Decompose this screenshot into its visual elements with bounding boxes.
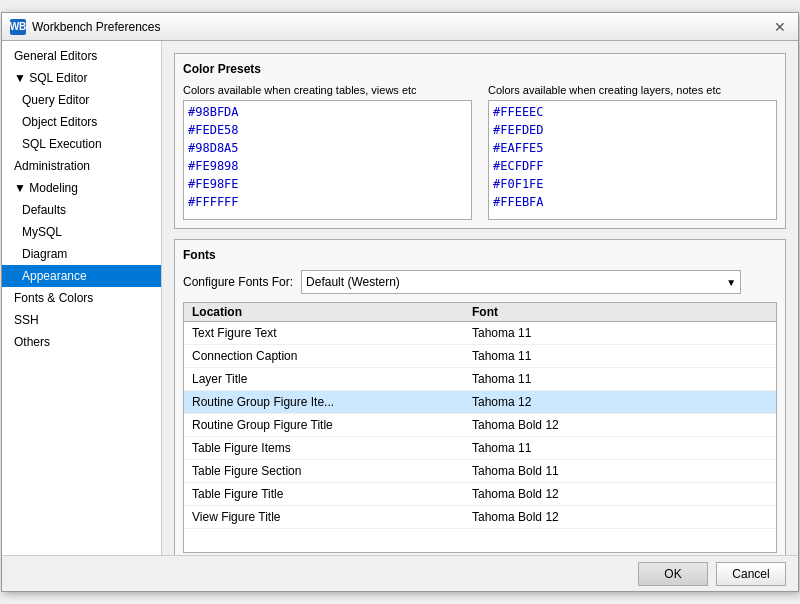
dropdown-icon: ▼: [726, 277, 736, 288]
list-item: #EAFFE5: [493, 139, 772, 157]
fonts-table-body[interactable]: Text Figure Text Tahoma 11 Connection Ca…: [184, 322, 776, 552]
row-font: Tahoma Bold 12: [472, 485, 768, 503]
content-area: Color Presets Colors available when crea…: [162, 41, 798, 555]
table-row[interactable]: View Figure Title Tahoma Bold 12: [184, 506, 776, 529]
table-row[interactable]: Connection Caption Tahoma 11: [184, 345, 776, 368]
row-font: Tahoma 11: [472, 370, 768, 388]
list-item: #FEDE58: [188, 121, 467, 139]
fonts-table-header: Location Font: [184, 303, 776, 322]
configure-fonts-select[interactable]: Default (Western) ▼: [301, 270, 741, 294]
table-color-list[interactable]: #98BFDA #FEDE58 #98D8A5 #FE9898 #FE98FE …: [183, 100, 472, 220]
sidebar-item-query-editor[interactable]: Query Editor: [2, 89, 161, 111]
list-item: #FFEBFA: [493, 193, 772, 211]
fonts-table: Location Font Text Figure Text Tahoma 11…: [183, 302, 777, 553]
sidebar-item-object-editors[interactable]: Object Editors: [2, 111, 161, 133]
sidebar-item-others[interactable]: Others: [2, 331, 161, 353]
sidebar-item-general-editors[interactable]: General Editors: [2, 45, 161, 67]
layer-colors-column: Colors available when creating layers, n…: [488, 84, 777, 220]
row-location: Routine Group Figure Ite...: [192, 393, 472, 411]
color-presets-title: Color Presets: [183, 62, 777, 76]
list-item: #F0F1FE: [493, 175, 772, 193]
table-row[interactable]: Layer Title Tahoma 11: [184, 368, 776, 391]
list-item: #98D8A5: [188, 139, 467, 157]
row-location: Table Figure Title: [192, 485, 472, 503]
row-font: Tahoma 11: [472, 439, 768, 457]
list-item: #FFFFFF: [188, 193, 467, 211]
app-icon: WB: [10, 19, 26, 35]
row-location: Layer Title: [192, 370, 472, 388]
sidebar-item-appearance[interactable]: Appearance: [2, 265, 161, 287]
main-window: WB Workbench Preferences ✕ General Edito…: [1, 12, 799, 592]
cancel-button[interactable]: Cancel: [716, 562, 786, 586]
fonts-section: Fonts Configure Fonts For: Default (West…: [174, 239, 786, 555]
titlebar: WB Workbench Preferences ✕: [2, 13, 798, 41]
list-item: #FE9898: [188, 157, 467, 175]
sidebar-item-sql-execution[interactable]: SQL Execution: [2, 133, 161, 155]
sidebar-item-administration[interactable]: Administration: [2, 155, 161, 177]
table-row[interactable]: Routine Group Figure Title Tahoma Bold 1…: [184, 414, 776, 437]
layer-colors-label: Colors available when creating layers, n…: [488, 84, 777, 96]
configure-label: Configure Fonts For:: [183, 275, 293, 289]
ok-button[interactable]: OK: [638, 562, 708, 586]
main-content: General Editors ▼ SQL Editor Query Edito…: [2, 41, 798, 555]
titlebar-left: WB Workbench Preferences: [10, 19, 161, 35]
sidebar: General Editors ▼ SQL Editor Query Edito…: [2, 41, 162, 555]
sidebar-item-mysql[interactable]: MySQL: [2, 221, 161, 243]
sidebar-item-fonts-colors[interactable]: Fonts & Colors: [2, 287, 161, 309]
table-colors-label: Colors available when creating tables, v…: [183, 84, 472, 96]
table-row[interactable]: Table Figure Section Tahoma Bold 11: [184, 460, 776, 483]
sidebar-item-diagram[interactable]: Diagram: [2, 243, 161, 265]
fonts-config-row: Configure Fonts For: Default (Western) ▼: [183, 270, 777, 294]
row-location: View Figure Title: [192, 508, 472, 526]
list-item: #ECFDFF: [493, 157, 772, 175]
table-row[interactable]: Table Figure Title Tahoma Bold 12: [184, 483, 776, 506]
row-font: Tahoma Bold 11: [472, 462, 768, 480]
footer: OK Cancel: [2, 555, 798, 591]
list-item: #FFEEEC: [493, 103, 772, 121]
close-button[interactable]: ✕: [770, 17, 790, 37]
list-item: #FEFDED: [493, 121, 772, 139]
sidebar-item-defaults[interactable]: Defaults: [2, 199, 161, 221]
row-font: Tahoma 11: [472, 347, 768, 365]
color-presets-row: Colors available when creating tables, v…: [183, 84, 777, 220]
row-font: Tahoma Bold 12: [472, 508, 768, 526]
sidebar-item-ssh[interactable]: SSH: [2, 309, 161, 331]
row-font: Tahoma 11: [472, 324, 768, 342]
sidebar-item-sql-editor[interactable]: ▼ SQL Editor: [2, 67, 161, 89]
row-location: Table Figure Items: [192, 439, 472, 457]
table-colors-column: Colors available when creating tables, v…: [183, 84, 472, 220]
table-row[interactable]: Text Figure Text Tahoma 11: [184, 322, 776, 345]
color-presets-section: Color Presets Colors available when crea…: [174, 53, 786, 229]
configure-fonts-value: Default (Western): [306, 275, 400, 289]
row-location: Routine Group Figure Title: [192, 416, 472, 434]
row-font: Tahoma 12: [472, 393, 768, 411]
fonts-title: Fonts: [183, 248, 777, 262]
sidebar-item-modeling[interactable]: ▼ Modeling: [2, 177, 161, 199]
list-item: #FE98FE: [188, 175, 467, 193]
row-location: Text Figure Text: [192, 324, 472, 342]
table-row[interactable]: Table Figure Items Tahoma 11: [184, 437, 776, 460]
row-location: Table Figure Section: [192, 462, 472, 480]
font-column-header: Font: [472, 305, 768, 319]
table-row[interactable]: Routine Group Figure Ite... Tahoma 12: [184, 391, 776, 414]
window-title: Workbench Preferences: [32, 20, 161, 34]
list-item: #98BFDA: [188, 103, 467, 121]
layer-color-list[interactable]: #FFEEEC #FEFDED #EAFFE5 #ECFDFF #F0F1FE …: [488, 100, 777, 220]
row-location: Connection Caption: [192, 347, 472, 365]
location-column-header: Location: [192, 305, 472, 319]
row-font: Tahoma Bold 12: [472, 416, 768, 434]
